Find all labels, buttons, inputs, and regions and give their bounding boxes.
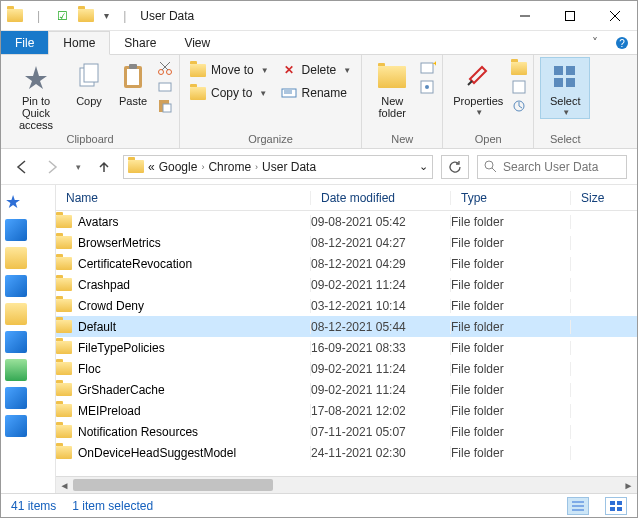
- network-icon[interactable]: [5, 359, 27, 381]
- file-name: FileTypePolicies: [78, 341, 165, 355]
- address-dropdown-icon[interactable]: ⌄: [419, 160, 428, 173]
- drive-icon[interactable]: [5, 275, 27, 297]
- new-folder-button[interactable]: New folder: [368, 57, 416, 119]
- main-area: ★ Name Date modified Type Size Avatars09…: [1, 185, 637, 493]
- scroll-right-icon[interactable]: ►: [620, 480, 637, 491]
- table-row[interactable]: GrShaderCache09-02-2021 11:24File folder: [56, 379, 637, 400]
- chevron-down-icon: ▼: [261, 66, 269, 75]
- breadcrumb-google[interactable]: Google›: [159, 160, 205, 174]
- svg-rect-31: [554, 66, 563, 75]
- drive-icon-5[interactable]: [5, 415, 27, 437]
- nav-pane[interactable]: ★: [1, 185, 56, 493]
- svg-line-26: [468, 81, 472, 85]
- table-row[interactable]: Avatars09-08-2021 05:42File folder: [56, 211, 637, 232]
- folder-icon: [56, 383, 72, 396]
- status-item-count: 41 items: [11, 499, 56, 513]
- scroll-left-icon[interactable]: ◄: [56, 480, 73, 491]
- breadcrumb-chrome[interactable]: Chrome›: [208, 160, 258, 174]
- folder-icon: [56, 425, 72, 438]
- table-row[interactable]: Notification Resources07-11-2021 05:07Fi…: [56, 421, 637, 442]
- tab-view[interactable]: View: [170, 31, 224, 54]
- tab-home[interactable]: Home: [48, 31, 110, 55]
- svg-rect-27: [513, 81, 525, 93]
- column-headers[interactable]: Name Date modified Type Size: [56, 185, 637, 211]
- status-selected-count: 1 item selected: [72, 499, 153, 513]
- table-row[interactable]: Crashpad09-02-2021 11:24File folder: [56, 274, 637, 295]
- close-button[interactable]: [592, 1, 637, 31]
- onedrive-icon[interactable]: [5, 219, 27, 241]
- copy-to-button[interactable]: Copy to▼: [186, 83, 273, 103]
- col-date[interactable]: Date modified: [311, 191, 451, 205]
- move-to-button[interactable]: Move to▼: [186, 60, 273, 80]
- svg-rect-41: [617, 501, 622, 505]
- easy-access-icon[interactable]: [420, 79, 436, 95]
- properties-button[interactable]: Properties ▼: [449, 57, 507, 118]
- up-button[interactable]: [93, 156, 115, 178]
- window-title: User Data: [140, 9, 194, 23]
- chevron-down-icon: ▼: [259, 89, 267, 98]
- drive-icon-4[interactable]: [5, 387, 27, 409]
- rename-button[interactable]: Rename: [277, 83, 356, 103]
- select-button[interactable]: Select ▼: [540, 57, 590, 119]
- drive-icon-3[interactable]: [5, 331, 27, 353]
- table-row[interactable]: FileTypePolicies16-09-2021 08:33File fol…: [56, 337, 637, 358]
- col-type[interactable]: Type: [451, 191, 571, 205]
- file-type: File folder: [451, 404, 571, 418]
- minimize-button[interactable]: [502, 1, 547, 31]
- open-icon[interactable]: [511, 60, 527, 76]
- table-row[interactable]: Default08-12-2021 05:44File folder: [56, 316, 637, 337]
- qat-separator: |: [37, 9, 40, 23]
- cut-icon[interactable]: [157, 60, 173, 76]
- copy-to-icon: [190, 85, 206, 101]
- copy-path-icon[interactable]: [157, 79, 173, 95]
- history-icon[interactable]: [511, 98, 527, 114]
- file-list: Name Date modified Type Size Avatars09-0…: [56, 185, 637, 493]
- paste-shortcut-icon[interactable]: [157, 98, 173, 114]
- help-icon[interactable]: ?: [607, 31, 637, 54]
- folder-icon: [56, 320, 72, 333]
- table-row[interactable]: CertificateRevocation08-12-2021 04:29Fil…: [56, 253, 637, 274]
- tab-file[interactable]: File: [1, 31, 48, 54]
- scroll-thumb[interactable]: [73, 479, 273, 491]
- table-row[interactable]: Floc09-02-2021 11:24File folder: [56, 358, 637, 379]
- address-bar[interactable]: « Google› Chrome› User Data ⌄: [123, 155, 433, 179]
- table-row[interactable]: Crowd Deny03-12-2021 10:14File folder: [56, 295, 637, 316]
- ribbon-group-clipboard: Pin to Quick access Copy Paste Clipboard: [1, 55, 180, 148]
- copy-button[interactable]: Copy: [69, 57, 109, 107]
- forward-button[interactable]: [41, 156, 63, 178]
- quick-access-icon[interactable]: ★: [5, 191, 55, 213]
- tab-share[interactable]: Share: [110, 31, 170, 54]
- qat-dropdown-icon[interactable]: ▾: [104, 10, 109, 21]
- horizontal-scrollbar[interactable]: ◄ ►: [56, 476, 637, 493]
- maximize-button[interactable]: [547, 1, 592, 31]
- paste-button[interactable]: Paste: [113, 57, 153, 107]
- file-date: 09-08-2021 05:42: [311, 215, 451, 229]
- ribbon-group-open: Properties ▼ Open: [443, 55, 534, 148]
- breadcrumb-user-data[interactable]: User Data: [262, 160, 316, 174]
- details-view-button[interactable]: [567, 497, 589, 515]
- delete-button[interactable]: ✕ Delete▼: [277, 60, 356, 80]
- search-input[interactable]: Search User Data: [477, 155, 627, 179]
- svg-rect-10: [127, 69, 139, 85]
- new-item-icon[interactable]: ✦: [420, 60, 436, 76]
- folder-icon: [56, 215, 72, 228]
- new-folder-icon: [378, 61, 406, 93]
- drive-icon-2[interactable]: [5, 303, 27, 325]
- back-button[interactable]: [11, 156, 33, 178]
- table-row[interactable]: BrowserMetrics08-12-2021 04:27File folde…: [56, 232, 637, 253]
- table-row[interactable]: MEIPreload17-08-2021 12:02File folder: [56, 400, 637, 421]
- edit-icon[interactable]: [511, 79, 527, 95]
- col-name[interactable]: Name: [56, 191, 311, 205]
- thumbnails-view-button[interactable]: [605, 497, 627, 515]
- chevron-right-icon[interactable]: «: [148, 160, 155, 174]
- table-row[interactable]: OnDeviceHeadSuggestModel24-11-2021 02:30…: [56, 442, 637, 463]
- this-pc-icon[interactable]: [5, 247, 27, 269]
- ribbon-expand-icon[interactable]: ˅: [583, 31, 607, 54]
- folder-icon: [56, 404, 72, 417]
- recent-locations-button[interactable]: ▾: [71, 156, 85, 178]
- pin-to-quick-access-button[interactable]: Pin to Quick access: [7, 57, 65, 131]
- properties-qat-icon[interactable]: ☑: [54, 8, 70, 24]
- col-size[interactable]: Size: [571, 191, 637, 205]
- refresh-button[interactable]: [441, 155, 469, 179]
- svg-point-25: [425, 85, 429, 89]
